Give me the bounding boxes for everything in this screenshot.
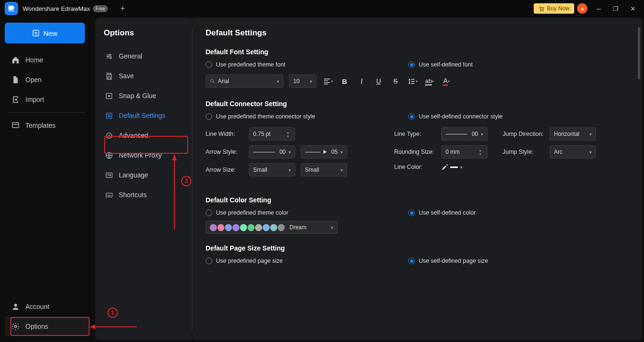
opt-advanced[interactable]: Advanced: [99, 125, 188, 145]
window-close[interactable]: ✕: [624, 0, 641, 17]
gear-icon: [11, 322, 20, 331]
app-logo: [5, 2, 18, 15]
bold-button[interactable]: B: [339, 75, 350, 87]
align-button[interactable]: ▾: [322, 75, 333, 87]
svg-point-28: [211, 79, 214, 82]
line-type-dropdown[interactable]: 00▾: [441, 127, 487, 141]
rail-open[interactable]: Open: [5, 70, 90, 90]
svg-rect-23: [106, 113, 111, 118]
rounding-size-dropdown[interactable]: 0 mm▴▾: [441, 145, 487, 158]
user-avatar[interactable]: a: [577, 3, 587, 14]
rail-home[interactable]: Home: [5, 50, 90, 70]
radio-self-color[interactable]: Use self-defined color: [408, 209, 629, 216]
arrow-begin-dropdown[interactable]: 00▾: [249, 145, 295, 158]
globe-icon: [105, 151, 113, 159]
strikethrough-button[interactable]: S: [390, 75, 401, 87]
line-spacing-button[interactable]: ▾: [407, 75, 418, 87]
radio-predefined-font[interactable]: Use predefined theme font: [206, 61, 389, 68]
rounding-size-label: Rounding Size:: [394, 149, 441, 155]
options-panel: Options General Save Snap & Glue Default…: [95, 18, 192, 340]
home-icon: [11, 56, 20, 64]
content-area: Default Settings Default Font Setting Us…: [192, 18, 642, 340]
svg-point-22: [108, 95, 110, 97]
arrow-style-label: Arrow Style:: [206, 149, 249, 155]
svg-point-18: [109, 54, 111, 55]
rail-import[interactable]: Import: [5, 90, 90, 109]
color-palette-dropdown[interactable]: Dream ▾: [206, 221, 338, 234]
rail-templates[interactable]: Templates: [5, 116, 90, 135]
rail-account[interactable]: Account: [5, 297, 90, 317]
underline-button[interactable]: U: [373, 75, 384, 87]
radio-predefined-connector[interactable]: Use predefined theme connector style: [206, 113, 389, 120]
advanced-icon: [105, 131, 113, 140]
account-icon: [11, 302, 20, 311]
line-width-dropdown[interactable]: 0.75 pt▴▾: [249, 127, 295, 141]
svg-point-1: [543, 10, 544, 11]
content-heading: Default Settings: [206, 28, 629, 38]
left-rail: New Home Open Import Templates Account O…: [0, 17, 94, 342]
opt-shortcuts[interactable]: Shortcuts: [99, 185, 188, 205]
svg-point-20: [110, 57, 111, 58]
templates-icon: [11, 121, 20, 130]
new-button[interactable]: New: [5, 23, 85, 43]
font-size-dropdown[interactable]: 10▾: [289, 75, 316, 88]
svg-point-0: [540, 10, 541, 11]
jump-style-dropdown[interactable]: Arc▾: [550, 145, 596, 158]
window-minimize[interactable]: ─: [590, 0, 607, 17]
new-tab-button[interactable]: +: [117, 3, 128, 14]
line-type-label: Line Type:: [394, 131, 441, 137]
sliders-icon: [105, 52, 113, 60]
font-name-dropdown[interactable]: Arial▾: [206, 75, 283, 88]
file-icon: [11, 75, 20, 84]
svg-rect-15: [12, 123, 19, 128]
opt-language[interactable]: Language: [99, 165, 188, 185]
save-icon: [105, 72, 113, 80]
free-badge: Free: [93, 5, 108, 12]
scrollbar[interactable]: [638, 27, 640, 79]
window-maximize[interactable]: ❐: [607, 0, 624, 17]
import-icon: [11, 95, 20, 104]
radio-predefined-page[interactable]: Use predefined page size: [206, 258, 389, 264]
opt-general[interactable]: General: [99, 46, 188, 66]
font-color-button[interactable]: A▾: [441, 75, 452, 87]
text-case-button[interactable]: ab▾: [424, 75, 435, 87]
opt-network-proxy[interactable]: Network Proxy: [99, 145, 188, 165]
svg-rect-26: [106, 173, 112, 177]
app-title: Wondershare EdrawMax Free: [18, 5, 113, 12]
radio-self-font[interactable]: Use self-defined font: [408, 61, 629, 68]
opt-default-settings[interactable]: Default Settings: [99, 106, 188, 125]
opt-snap-glue[interactable]: Snap & Glue: [99, 86, 188, 106]
connector-section-title: Default Connector Setting: [206, 100, 629, 108]
buy-now-button[interactable]: Buy Now: [534, 3, 574, 14]
spinner-up[interactable]: ▴: [285, 131, 291, 134]
spinner-down[interactable]: ▾: [285, 134, 291, 138]
opt-save[interactable]: Save: [99, 66, 188, 86]
arrow-end-size-dropdown[interactable]: Small▾: [301, 163, 347, 176]
buy-now-label: Buy Now: [547, 5, 570, 12]
new-button-label: New: [43, 29, 58, 37]
italic-button[interactable]: I: [356, 75, 367, 87]
arrow-begin-size-dropdown[interactable]: Small▾: [249, 163, 295, 176]
svg-point-16: [14, 304, 17, 307]
snap-icon: [105, 92, 113, 100]
jump-style-label: Jump Style:: [503, 149, 550, 155]
font-section-title: Default Font Setting: [206, 48, 629, 56]
arrow-size-label: Arrow Size:: [206, 167, 249, 173]
radio-self-page[interactable]: Use self-defined page size: [408, 258, 629, 264]
jump-direction-dropdown[interactable]: Horizontal▾: [550, 127, 596, 141]
line-width-label: Line Width:: [206, 131, 249, 137]
radio-predefined-color[interactable]: Use predefined theme color: [206, 209, 389, 216]
line-color-picker[interactable]: ▾: [441, 163, 462, 171]
line-color-label: Line Color:: [394, 164, 441, 170]
page-section-title: Default Page Size Setting: [206, 244, 629, 252]
svg-point-19: [107, 56, 108, 57]
rail-options[interactable]: Options: [5, 317, 90, 336]
options-title: Options: [99, 26, 188, 46]
arrow-end-dropdown[interactable]: 05▾: [301, 145, 347, 158]
language-icon: [105, 171, 113, 179]
default-icon: [105, 111, 113, 120]
radio-self-connector[interactable]: Use self-defined connector style: [408, 113, 629, 120]
svg-rect-27: [106, 193, 112, 197]
titlebar: Wondershare EdrawMax Free + Buy Now a ─ …: [0, 0, 644, 17]
keyboard-icon: [105, 191, 113, 199]
